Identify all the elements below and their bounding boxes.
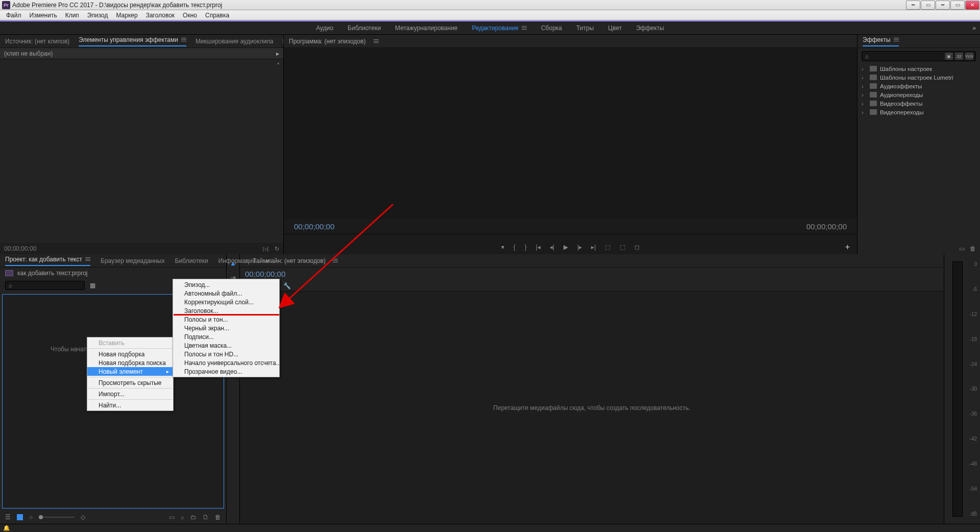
- ctx-view-hidden[interactable]: Просмотреть скрытые: [87, 378, 173, 387]
- play-around-icon[interactable]: ▷|: [263, 246, 268, 252]
- project-tabs-overflow[interactable]: »: [266, 257, 270, 264]
- mark-in-icon[interactable]: {: [513, 244, 516, 251]
- auto-sequence-icon[interactable]: ▭: [169, 514, 175, 521]
- workspace-assembly[interactable]: Сборка: [541, 25, 562, 32]
- menu-clip[interactable]: Клип: [61, 10, 83, 20]
- freeform-view-icon[interactable]: ○: [29, 514, 33, 521]
- sub-episode[interactable]: Эпизод...: [173, 280, 279, 289]
- sub-bars[interactable]: Полосы и тон...: [173, 315, 279, 324]
- export-frame-icon[interactable]: ◻: [634, 244, 640, 251]
- ctx-new-bin[interactable]: Новая подборка: [87, 350, 173, 358]
- program-scrub-bar[interactable]: [284, 234, 857, 240]
- workspace-libraries[interactable]: Библиотеки: [348, 25, 381, 32]
- timeline-timecode[interactable]: 00;00;00;00: [240, 268, 944, 280]
- lift-icon[interactable]: ⬚: [605, 244, 610, 251]
- menu-marker[interactable]: Маркер: [112, 10, 141, 20]
- meter-tick: -6: [970, 286, 977, 292]
- tab-libraries[interactable]: Библиотеки: [175, 257, 208, 264]
- effects-folder[interactable]: ›Видеопереходы: [862, 108, 976, 116]
- extract-icon[interactable]: ⬚: [620, 244, 625, 251]
- program-timecode-left[interactable]: 00;00;00;00: [294, 222, 334, 231]
- yuv-badge-icon[interactable]: YUV: [965, 53, 973, 60]
- ctx-import[interactable]: Импорт...: [87, 390, 173, 398]
- sub-offline[interactable]: Автономный файл...: [173, 289, 279, 298]
- effects-search[interactable]: ⌕ ▣ 32 YUV: [862, 51, 976, 61]
- list-view-icon[interactable]: ☰: [5, 514, 11, 521]
- step-back-icon[interactable]: ◂|: [550, 244, 554, 251]
- icon-view-icon[interactable]: [17, 514, 23, 520]
- menu-help[interactable]: Справка: [201, 10, 233, 20]
- delete-icon[interactable]: 🗑: [970, 245, 976, 252]
- 32bit-badge-icon[interactable]: 32: [955, 53, 963, 60]
- folder-icon: [870, 83, 877, 89]
- effects-folder[interactable]: ›Шаблоны настроек Lumetri: [862, 73, 976, 82]
- window-restore-button-1[interactable]: ▭: [921, 1, 935, 10]
- menu-title[interactable]: Заголовок: [142, 10, 179, 20]
- project-search[interactable]: ⌕: [5, 281, 85, 290]
- effects-folder[interactable]: ›Аудиоэффекты: [862, 82, 976, 90]
- tab-info[interactable]: Информация: [218, 257, 256, 264]
- effects-folder[interactable]: ›Видеоэффекты: [862, 99, 976, 108]
- step-forward-icon[interactable]: |▸: [577, 244, 582, 251]
- menu-edit[interactable]: Изменить: [26, 10, 61, 20]
- new-custom-bin-icon[interactable]: ▭: [959, 245, 965, 252]
- new-item-icon[interactable]: 🗋: [203, 514, 209, 521]
- loop-icon[interactable]: ↻: [275, 246, 279, 252]
- menu-window[interactable]: Окно: [179, 10, 201, 20]
- workspace-metalogging[interactable]: Метажурналирование: [395, 25, 457, 32]
- zoom-slider[interactable]: [39, 517, 75, 518]
- timeline-settings-icon[interactable]: 🔧: [283, 282, 291, 289]
- sub-adjust[interactable]: Корректирующий слой...: [173, 298, 279, 306]
- delete-item-icon[interactable]: 🗑: [215, 514, 221, 521]
- ctx-find[interactable]: Найти...: [87, 401, 173, 409]
- workspace-overflow-button[interactable]: »: [972, 25, 976, 32]
- workspace-effects[interactable]: Эффекты: [636, 25, 664, 32]
- workspace-editing[interactable]: Редактирование: [472, 25, 527, 32]
- accelerated-badge-icon[interactable]: ▣: [945, 53, 953, 60]
- workspace-audio[interactable]: Аудио: [316, 25, 333, 32]
- effects-tree: ›Шаблоны настроек›Шаблоны настроек Lumet…: [862, 64, 976, 116]
- button-editor-icon[interactable]: +: [845, 243, 850, 252]
- go-to-in-icon[interactable]: |◂: [536, 244, 541, 251]
- effects-folder[interactable]: ›Аудиопереходы: [862, 90, 976, 99]
- workspace-color[interactable]: Цвет: [608, 25, 622, 32]
- sort-icon[interactable]: ◇: [81, 514, 85, 521]
- timeline-drop-area[interactable]: Перетащите медиафайлы сюда, чтобы создат…: [240, 292, 944, 524]
- window-minimize-button-2[interactable]: ━: [936, 1, 950, 10]
- tab-effect-controls[interactable]: Элементы управления эффектами: [79, 36, 186, 46]
- tab-audio-mixer[interactable]: Микширование аудиоклипа: [195, 38, 274, 45]
- tab-media-browser[interactable]: Браузер медиаданных: [101, 257, 165, 264]
- collapse-arrow-icon[interactable]: ▸: [276, 50, 279, 57]
- scrollbar-stub[interactable]: [276, 59, 283, 243]
- tab-program[interactable]: Программа: (нет эпизодов): [289, 38, 365, 45]
- new-bin-icon[interactable]: 🗀: [190, 514, 197, 521]
- workspace-titles[interactable]: Титры: [576, 25, 594, 32]
- menu-file[interactable]: Файл: [2, 10, 26, 20]
- tab-project[interactable]: Проект: как добавить текст: [5, 256, 90, 266]
- sub-transparent[interactable]: Прозрачное видео...: [173, 367, 279, 376]
- window-close-button[interactable]: ✕: [965, 1, 979, 10]
- window-minimize-button-1[interactable]: ━: [906, 1, 920, 10]
- project-filter-icon[interactable]: ▦: [90, 282, 95, 289]
- tab-source[interactable]: Источник: (нет клипов): [5, 38, 69, 45]
- add-marker-icon[interactable]: ▾: [501, 244, 504, 251]
- effects-search-input[interactable]: [871, 53, 945, 59]
- play-icon[interactable]: ▶: [564, 244, 568, 251]
- go-to-out-icon[interactable]: ▸|: [591, 244, 596, 251]
- sub-barshd[interactable]: Полосы и тон HD...: [173, 350, 279, 358]
- effects-folder[interactable]: ›Шаблоны настроек: [862, 64, 976, 73]
- mark-out-icon[interactable]: }: [525, 244, 527, 251]
- find-icon[interactable]: ⌕: [181, 514, 184, 521]
- sub-matte[interactable]: Цветная маска...: [173, 341, 279, 350]
- sub-captions[interactable]: Подписи...: [173, 332, 279, 341]
- ctx-new-search-bin[interactable]: Новая подборка поиска: [87, 358, 173, 367]
- notification-icon[interactable]: 🔔: [3, 525, 10, 531]
- ctx-new-item[interactable]: Новый элемент: [87, 367, 173, 376]
- tab-effects[interactable]: Эффекты: [863, 36, 899, 46]
- hamburger-icon[interactable]: [333, 259, 338, 263]
- window-maximize-button[interactable]: ▭: [950, 1, 965, 10]
- hamburger-icon[interactable]: [374, 39, 379, 43]
- menu-episode[interactable]: Эпизод: [83, 10, 112, 20]
- sub-black[interactable]: Черный экран...: [173, 324, 279, 332]
- sub-countdown[interactable]: Начало универсального отсчета...: [173, 358, 279, 367]
